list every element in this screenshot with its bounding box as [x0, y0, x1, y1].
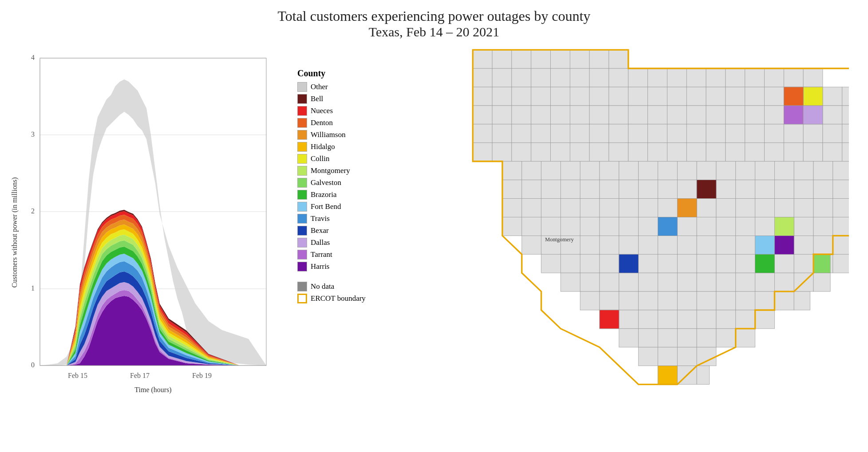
svg-rect-33 [609, 68, 628, 87]
svg-rect-269 [658, 329, 678, 347]
svg-rect-115 [687, 143, 706, 161]
svg-rect-128 [580, 161, 600, 180]
tarrant-county [784, 106, 803, 124]
svg-rect-160 [833, 180, 849, 199]
main-container: Total customers experiencing power outag… [0, 0, 868, 452]
svg-rect-93 [648, 124, 667, 143]
svg-rect-218 [580, 254, 600, 273]
svg-rect-56 [706, 87, 726, 106]
svg-rect-254 [736, 291, 755, 310]
svg-rect-262 [677, 310, 697, 329]
svg-rect-194 [755, 217, 775, 236]
svg-rect-243 [774, 273, 794, 291]
svg-rect-237 [658, 273, 678, 291]
svg-rect-118 [745, 143, 765, 161]
hidalgo-county [658, 366, 678, 385]
svg-rect-97 [726, 124, 745, 143]
legend-swatch [297, 166, 307, 176]
legend-area: County OtherBellNuecesDentonWilliamsonHi… [297, 68, 395, 306]
svg-rect-156 [755, 180, 775, 199]
svg-rect-151 [658, 180, 678, 199]
legend-items-container: OtherBellNuecesDentonWilliamsonHidalgoCo… [297, 82, 395, 271]
svg-rect-140 [813, 161, 833, 180]
svg-rect-178 [813, 199, 833, 217]
svg-rect-29 [531, 68, 551, 87]
legend-extra-container: No dataERCOT boundary [297, 282, 395, 303]
svg-rect-68 [551, 106, 570, 124]
svg-rect-26 [473, 68, 492, 87]
legend-item: Brazoria [297, 190, 395, 200]
svg-rect-257 [794, 291, 810, 310]
legend-swatch [297, 94, 307, 104]
svg-rect-197 [813, 217, 833, 236]
svg-rect-263 [697, 310, 716, 329]
svg-rect-67 [531, 106, 551, 124]
svg-rect-23 [570, 50, 589, 68]
galveston-county [813, 254, 830, 273]
svg-rect-193 [736, 217, 755, 236]
legend-swatch [297, 202, 307, 212]
legend-item: Montgomery [297, 166, 395, 176]
svg-rect-232 [560, 273, 580, 291]
svg-rect-83 [842, 106, 849, 124]
svg-rect-89 [570, 124, 589, 143]
svg-rect-215 [833, 236, 849, 254]
svg-rect-228 [774, 254, 794, 273]
svg-rect-100 [784, 124, 803, 143]
svg-rect-163 [522, 199, 541, 217]
legend-item-label: Bell [311, 94, 323, 103]
svg-rect-76 [706, 106, 726, 124]
chart-svg: Customers without power (in millions) 0 … [9, 46, 284, 410]
svg-rect-84 [473, 124, 492, 143]
svg-rect-72 [628, 106, 648, 124]
svg-rect-176 [774, 199, 794, 217]
svg-rect-82 [823, 106, 842, 124]
svg-rect-270 [677, 329, 697, 347]
montgomery-label: Montgomery [545, 236, 574, 243]
legend-item-label: Brazoria [311, 190, 337, 199]
svg-rect-39 [726, 68, 745, 87]
svg-rect-267 [619, 329, 639, 347]
svg-rect-114 [667, 143, 687, 161]
legend-item-label: Bexar [311, 226, 329, 235]
svg-rect-108 [551, 143, 570, 161]
svg-rect-150 [639, 180, 658, 199]
svg-rect-271 [697, 329, 716, 347]
svg-rect-259 [619, 310, 639, 329]
legend-item: Other [297, 82, 395, 92]
svg-rect-226 [736, 254, 755, 273]
chart-title-line2: Texas, Feb 14 – 20 2021 [277, 24, 590, 39]
chart-title-line1: Total customers experiencing power outag… [277, 8, 590, 24]
svg-text:Time (hours): Time (hours) [134, 386, 171, 394]
svg-rect-43 [803, 68, 823, 87]
svg-rect-152 [677, 180, 697, 199]
bell-county [697, 180, 716, 199]
legend-item-label: Other [311, 83, 328, 91]
svg-rect-174 [736, 199, 755, 217]
svg-rect-241 [736, 273, 755, 291]
svg-rect-38 [706, 68, 726, 87]
legend-item-label: Williamson [311, 130, 346, 139]
svg-rect-265 [736, 310, 755, 329]
svg-rect-104 [473, 143, 492, 161]
svg-rect-260 [639, 310, 658, 329]
svg-rect-169 [639, 199, 658, 217]
content-row: Customers without power (in millions) 0 … [0, 42, 868, 452]
svg-rect-130 [619, 161, 639, 180]
svg-rect-165 [560, 199, 580, 217]
svg-rect-276 [677, 347, 697, 366]
svg-rect-54 [667, 87, 687, 106]
svg-rect-256 [774, 291, 794, 310]
svg-rect-183 [541, 217, 561, 236]
fortbend-county [755, 236, 775, 254]
collin-county [803, 87, 823, 106]
legend-swatch [297, 118, 307, 128]
legend-item-label: Dallas [311, 238, 330, 247]
svg-rect-146 [560, 180, 580, 199]
svg-rect-238 [677, 273, 697, 291]
svg-rect-49 [570, 87, 589, 106]
svg-rect-18 [473, 50, 492, 68]
svg-rect-59 [765, 87, 784, 106]
svg-rect-129 [600, 161, 619, 180]
svg-rect-246 [580, 291, 600, 310]
